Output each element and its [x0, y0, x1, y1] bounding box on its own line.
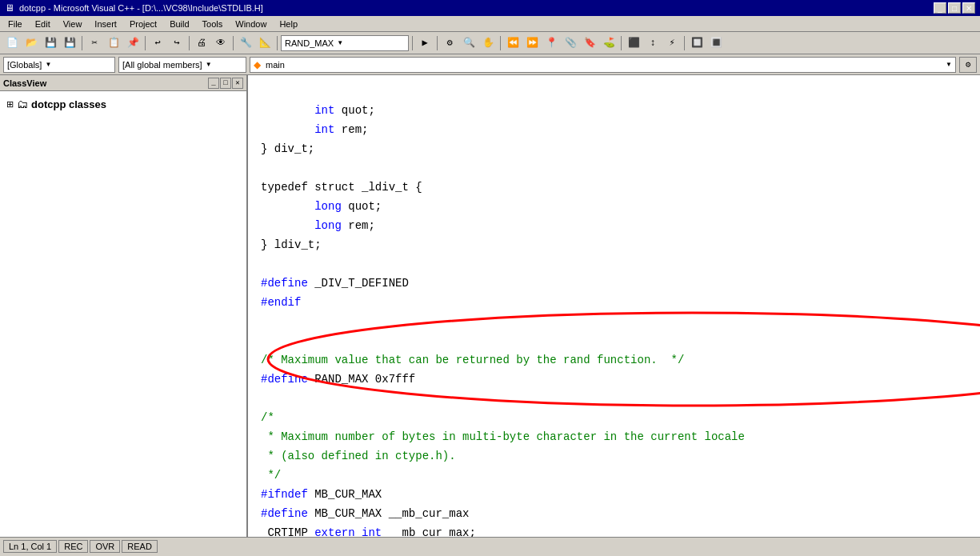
panel-minimize-button[interactable]: _	[208, 78, 219, 89]
globals-arrow-icon: ▼	[45, 61, 51, 68]
save-button[interactable]: 💾	[42, 34, 59, 52]
wiz-button[interactable]: 🔧	[237, 34, 254, 52]
code-area[interactable]: int quot; int rem; } div_t; typedef stru…	[248, 75, 980, 537]
globals-dropdown-value: [Globals]	[7, 60, 42, 70]
tb9[interactable]: ⛳	[600, 34, 618, 52]
go-button[interactable]: ▶	[416, 34, 434, 52]
members-dropdown[interactable]: [All global members] ▼	[118, 57, 246, 73]
open-button[interactable]: 📂	[22, 34, 40, 52]
menu-project[interactable]: Project	[123, 18, 163, 30]
sep1	[82, 36, 82, 50]
status-position: Ln 1, Col 1	[3, 540, 57, 553]
menu-window[interactable]: Window	[229, 18, 273, 30]
preview-button[interactable]: 👁	[212, 34, 230, 52]
members-dropdown-value: [All global members]	[122, 60, 202, 70]
status-rec: REC	[58, 540, 88, 553]
save-all-button[interactable]: 💾	[61, 34, 78, 52]
tb2[interactable]: 🔍	[460, 34, 478, 52]
menu-edit[interactable]: Edit	[29, 18, 57, 30]
menu-build[interactable]: Build	[163, 18, 195, 30]
paste-button[interactable]: 📌	[124, 34, 142, 52]
panel-maximize-button[interactable]: □	[220, 78, 231, 89]
sep6	[412, 36, 413, 50]
tree-folder-icon: 🗂	[17, 98, 28, 110]
maximize-button[interactable]: □	[948, 2, 961, 14]
function-dropdown[interactable]: ◆ main ▼	[250, 57, 956, 73]
sep10	[684, 36, 685, 50]
left-panel-content: ⊞ 🗂 dotcpp classes	[0, 91, 246, 537]
wiz2-button[interactable]: 📐	[256, 34, 274, 52]
panel-close-button[interactable]: ✕	[232, 78, 243, 89]
status-bar: Ln 1, Col 1 REC OVR READ	[0, 537, 980, 554]
sep8	[500, 36, 501, 50]
left-panel-title: ClassView	[3, 78, 46, 88]
nav-bar: [Globals] ▼ [All global members] ▼ ◆ mai…	[0, 54, 980, 75]
function-arrow-icon: ▼	[946, 61, 952, 68]
tb12[interactable]: ⚡	[663, 34, 681, 52]
menu-file[interactable]: File	[2, 18, 29, 30]
undo-button[interactable]: ↩	[149, 34, 166, 52]
tb5[interactable]: ⏩	[523, 34, 541, 52]
title-bar-buttons: _ □ ✕	[934, 2, 975, 14]
sep7	[437, 36, 438, 50]
main-area: ClassView _ □ ✕ ⊞ 🗂 dotcpp classes int q…	[0, 75, 980, 537]
print-button[interactable]: 🖨	[193, 34, 210, 52]
tb14[interactable]: 🔳	[707, 34, 725, 52]
left-panel: ClassView _ □ ✕ ⊞ 🗂 dotcpp classes	[0, 75, 248, 537]
close-button[interactable]: ✕	[962, 2, 975, 14]
left-panel-controls: _ □ ✕	[208, 78, 243, 89]
status-ovr: OVR	[90, 540, 120, 553]
nav-settings-button[interactable]: ⚙	[959, 57, 977, 73]
menu-tools[interactable]: Tools	[196, 18, 230, 30]
tree-expand-icon[interactable]: ⊞	[6, 99, 14, 110]
tree-root-item[interactable]: ⊞ 🗂 dotcpp classes	[6, 98, 240, 110]
tb10[interactable]: ⬛	[625, 34, 642, 52]
menu-help[interactable]: Help	[273, 18, 304, 30]
minimize-button[interactable]: _	[934, 2, 946, 14]
title-text: dotcpp - Microsoft Visual C++ - [D:\...\…	[19, 3, 929, 13]
members-arrow-icon: ▼	[206, 61, 212, 68]
tb7[interactable]: 📎	[562, 34, 579, 52]
sep5	[277, 36, 278, 50]
copy-button[interactable]: 📋	[105, 34, 122, 52]
sep4	[233, 36, 234, 50]
tb1[interactable]: ⚙	[441, 34, 458, 52]
symbol-dropdown-arrow: ▼	[337, 39, 343, 46]
left-panel-header: ClassView _ □ ✕	[0, 75, 246, 91]
symbol-dropdown-value: RAND_MAX	[285, 38, 334, 48]
menu-bar: File Edit View Insert Project Build Tool…	[0, 16, 980, 32]
toolbar: 📄 📂 💾 💾 ✂ 📋 📌 ↩ ↪ 🖨 👁 🔧 📐 RAND_MAX ▼ ▶ ⚙…	[0, 32, 980, 54]
code-content: int quot; int rem; } div_t; typedef stru…	[248, 75, 980, 537]
function-dropdown-value: main	[266, 60, 285, 70]
function-diamond-icon: ◆	[254, 59, 261, 70]
tree-label: dotcpp classes	[31, 98, 106, 110]
sep9	[621, 36, 622, 50]
tb13[interactable]: 🔲	[688, 34, 706, 52]
globals-dropdown[interactable]: [Globals] ▼	[3, 57, 115, 73]
tb8[interactable]: 🔖	[581, 34, 598, 52]
tb6[interactable]: 📍	[542, 34, 560, 52]
tb3[interactable]: ✋	[479, 34, 497, 52]
menu-view[interactable]: View	[57, 18, 89, 30]
new-button[interactable]: 📄	[3, 34, 21, 52]
tb11[interactable]: ↕	[644, 34, 662, 52]
sep2	[145, 36, 146, 50]
app-icon: 🖥	[5, 2, 14, 14]
redo-button[interactable]: ↪	[168, 34, 186, 52]
title-bar: 🖥 dotcpp - Microsoft Visual C++ - [D:\..…	[0, 0, 980, 16]
symbol-dropdown[interactable]: RAND_MAX ▼	[281, 35, 409, 51]
sep3	[189, 36, 190, 50]
status-read: READ	[122, 540, 158, 553]
tb4[interactable]: ⏪	[504, 34, 522, 52]
cut-button[interactable]: ✂	[86, 34, 103, 52]
menu-insert[interactable]: Insert	[88, 18, 123, 30]
